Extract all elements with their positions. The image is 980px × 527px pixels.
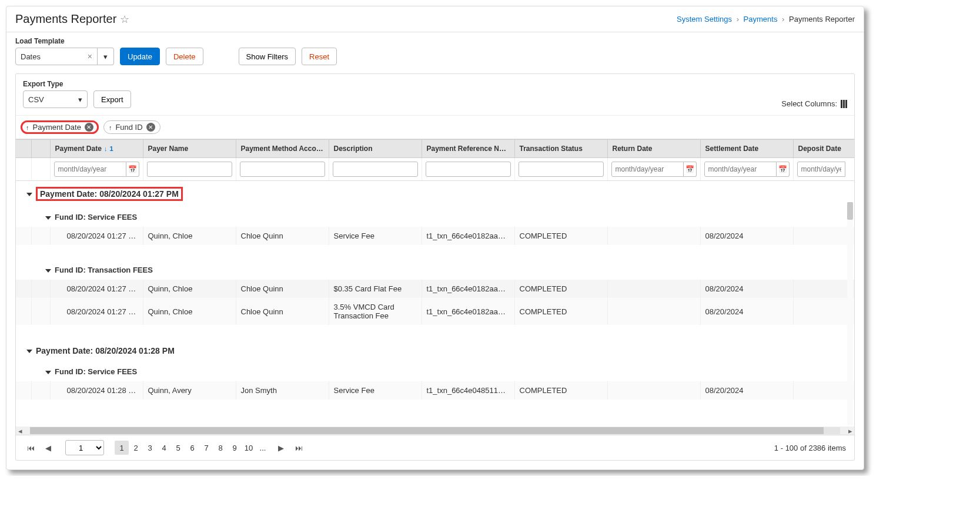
group-chips: ↑ Payment Date ✕ ↑ Fund ID ✕ bbox=[16, 116, 854, 139]
pager-page-8[interactable]: 8 bbox=[213, 441, 228, 455]
breadcrumb-system-settings[interactable]: System Settings bbox=[677, 15, 732, 24]
pager-prev[interactable]: ◀ bbox=[42, 441, 55, 455]
columns-icon bbox=[841, 100, 847, 108]
cell-payment-ref: t1_txn_66c4e0182aa44... bbox=[422, 298, 514, 325]
breadcrumb-current: Payments Reporter bbox=[789, 15, 855, 24]
filter-txn-status[interactable] bbox=[519, 162, 604, 177]
pager-page-6[interactable]: 6 bbox=[185, 441, 199, 455]
filter-settlement-date[interactable] bbox=[704, 162, 777, 177]
pager-first[interactable]: ⏮ bbox=[24, 441, 37, 455]
vertical-scrollbar[interactable] bbox=[847, 202, 853, 425]
col-txn-status[interactable]: Transaction Status bbox=[514, 140, 607, 158]
subgroup-row[interactable]: Fund ID: Service FEES bbox=[16, 207, 854, 227]
clear-icon[interactable]: × bbox=[88, 52, 92, 61]
table-row[interactable]: 08/20/2024 01:27 PM Quinn, Chloe Chloe Q… bbox=[16, 227, 854, 245]
calendar-icon[interactable]: 📅 bbox=[126, 162, 139, 177]
table-row[interactable]: 08/20/2024 01:27 PM Quinn, Chloe Chloe Q… bbox=[16, 298, 854, 325]
sort-asc-icon: ↓ bbox=[104, 145, 108, 152]
caret-down-icon[interactable] bbox=[26, 350, 32, 353]
export-type-label: Export Type bbox=[23, 80, 88, 88]
cell-txn-status: COMPLETED bbox=[514, 381, 607, 400]
select-columns-control[interactable]: Select Columns: bbox=[781, 99, 847, 108]
chip-label: Payment Date bbox=[33, 123, 81, 132]
pager-page-4[interactable]: 4 bbox=[157, 441, 171, 455]
pager-last[interactable]: ⏭ bbox=[292, 441, 305, 455]
cell-settlement-date: 08/20/2024 bbox=[700, 298, 793, 325]
header-row: Payment Date↓1 Payer Name Payment Method… bbox=[16, 140, 854, 158]
pager-next[interactable]: ▶ bbox=[275, 441, 287, 455]
filter-payment-date[interactable] bbox=[54, 162, 126, 177]
filter-payment-ref[interactable] bbox=[426, 162, 511, 177]
pager-page-10[interactable]: 10 bbox=[242, 441, 256, 455]
export-type-value: CSV bbox=[28, 95, 44, 104]
col-deposit-date[interactable]: Deposit Date bbox=[793, 140, 854, 158]
remove-chip-icon[interactable]: ✕ bbox=[85, 123, 93, 132]
col-payer-name[interactable]: Payer Name bbox=[143, 140, 236, 158]
chip-label: Fund ID bbox=[115, 123, 142, 132]
caret-down-icon[interactable] bbox=[45, 371, 51, 374]
chip-fund-id[interactable]: ↑ Fund ID ✕ bbox=[103, 120, 160, 134]
delete-button[interactable]: Delete bbox=[166, 48, 203, 65]
pager-page-1[interactable]: 1 bbox=[115, 441, 129, 455]
cell-txn-status: COMPLETED bbox=[514, 298, 607, 325]
caret-down-icon: ▾ bbox=[78, 95, 82, 104]
subgroup-row[interactable]: Fund ID: Service FEES bbox=[16, 362, 854, 382]
filter-payment-method[interactable] bbox=[240, 162, 325, 177]
pager-page-select[interactable]: 1 bbox=[65, 440, 104, 455]
filter-description[interactable] bbox=[333, 162, 418, 177]
breadcrumb-payments[interactable]: Payments bbox=[744, 15, 778, 24]
export-button[interactable]: Export bbox=[93, 90, 131, 108]
cell-payment-ref: t1_txn_66c4e0182aa44... bbox=[422, 227, 514, 245]
table-row-empty bbox=[16, 400, 854, 415]
filter-return-date[interactable] bbox=[611, 162, 684, 177]
horizontal-scrollbar[interactable]: ◂ ▸ bbox=[16, 427, 854, 435]
caret-down-icon[interactable] bbox=[45, 269, 51, 273]
calendar-icon[interactable]: 📅 bbox=[777, 162, 790, 177]
pager-page-7[interactable]: 7 bbox=[199, 441, 213, 455]
cell-payer-name: Quinn, Chloe bbox=[143, 298, 236, 325]
data-grid-body: Payment Date: 08/20/2024 01:27 PMFund ID… bbox=[16, 181, 854, 415]
data-grid: Payment Date↓1 Payer Name Payment Method… bbox=[16, 139, 854, 181]
col-payment-method[interactable]: Payment Method Accou... bbox=[236, 140, 329, 158]
pager-page-9[interactable]: 9 bbox=[228, 441, 242, 455]
chip-payment-date[interactable]: ↑ Payment Date ✕ bbox=[21, 120, 99, 134]
cell-description: 3.5% VMCD Card Transaction Fee bbox=[329, 298, 422, 325]
show-filters-button[interactable]: Show Filters bbox=[239, 48, 296, 65]
caret-down-icon[interactable] bbox=[45, 216, 51, 220]
caret-down-icon[interactable] bbox=[26, 193, 32, 196]
toolbar: Load Template Dates × ▾ Update Delete Sh… bbox=[6, 32, 864, 73]
cell-return-date bbox=[607, 298, 700, 325]
filter-deposit-date[interactable] bbox=[797, 162, 845, 177]
reset-button[interactable]: Reset bbox=[302, 48, 337, 65]
chevron-right-icon: › bbox=[782, 15, 784, 24]
pager-page-...[interactable]: ... bbox=[256, 441, 270, 455]
cell-payment-date: 08/20/2024 01:27 PM bbox=[50, 227, 143, 245]
table-row[interactable]: 08/20/2024 01:27 PM Quinn, Chloe Chloe Q… bbox=[16, 280, 854, 298]
col-payment-date[interactable]: Payment Date↓1 bbox=[50, 140, 143, 158]
cell-return-date bbox=[607, 381, 700, 400]
pager-page-3[interactable]: 3 bbox=[143, 441, 157, 455]
favorite-star-icon[interactable]: ☆ bbox=[120, 13, 129, 26]
calendar-icon[interactable]: 📅 bbox=[684, 162, 697, 177]
col-description[interactable]: Description bbox=[329, 140, 422, 158]
pager-page-2[interactable]: 2 bbox=[129, 441, 143, 455]
col-return-date[interactable]: Return Date bbox=[607, 140, 700, 158]
load-template-label: Load Template bbox=[15, 37, 114, 45]
load-template-input[interactable]: Dates × bbox=[15, 48, 98, 65]
filter-payer-name[interactable] bbox=[147, 162, 232, 177]
update-button[interactable]: Update bbox=[120, 48, 160, 65]
pager: ⏮ ◀ 1 12345678910... ▶ ⏭ 1 - 100 of 2386… bbox=[16, 435, 854, 460]
cell-settlement-date: 08/20/2024 bbox=[700, 280, 793, 298]
remove-chip-icon[interactable]: ✕ bbox=[146, 123, 155, 132]
subgroup-row[interactable]: Fund ID: Transaction FEES bbox=[16, 260, 854, 280]
cell-payment-date: 08/20/2024 01:28 PM bbox=[50, 381, 143, 400]
table-row[interactable]: 08/20/2024 01:28 PM Quinn, Avery Jon Smy… bbox=[16, 381, 854, 400]
pager-page-5[interactable]: 5 bbox=[171, 441, 185, 455]
col-payment-ref[interactable]: Payment Reference Num... bbox=[422, 140, 514, 158]
group-row[interactable]: Payment Date: 08/20/2024 01:28 PM bbox=[16, 340, 854, 362]
col-settlement-date[interactable]: Settlement Date bbox=[700, 140, 793, 158]
group-row[interactable]: Payment Date: 08/20/2024 01:27 PM bbox=[16, 181, 854, 207]
select-columns-label: Select Columns: bbox=[781, 99, 837, 108]
export-type-select[interactable]: CSV ▾ bbox=[23, 90, 88, 108]
load-template-dropdown[interactable]: ▾ bbox=[98, 48, 114, 65]
